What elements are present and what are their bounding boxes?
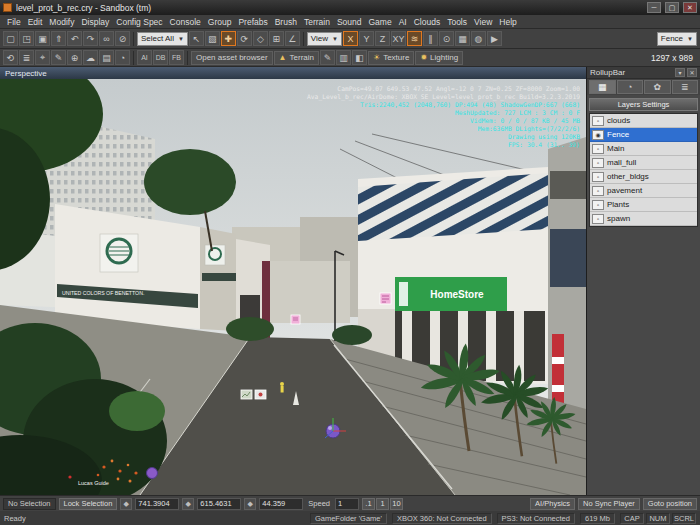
entity-marker-dot[interactable] xyxy=(68,475,71,478)
menu-item[interactable]: Terrain xyxy=(301,16,333,28)
terrain-button[interactable]: ▲ Terrain xyxy=(274,51,319,65)
snap-grid-icon[interactable]: ⊞ xyxy=(269,31,284,46)
layer-visibility-icon[interactable]: ▫ xyxy=(592,116,604,126)
helper-icon-thumbnail[interactable] xyxy=(241,390,252,399)
axis-y-button[interactable]: Y xyxy=(359,31,374,46)
undo-icon[interactable]: ↶ xyxy=(67,31,82,46)
layer-visibility-icon[interactable]: ▫ xyxy=(592,144,604,154)
layer-row[interactable]: ▫ Plants xyxy=(590,198,697,212)
axis-z-button[interactable]: Z xyxy=(375,31,390,46)
fence-layer-combo[interactable]: Fence ▼ xyxy=(657,32,697,46)
layer-visibility-icon[interactable]: ▫ xyxy=(592,172,604,182)
selection-lock-icon[interactable]: ⊙ xyxy=(439,31,454,46)
viewport-scene[interactable]: UNITED COLORS OF BENETTON. xyxy=(0,79,586,495)
terrain-paint-icon[interactable]: ✎ xyxy=(320,50,335,65)
lock-selection-button[interactable]: Lock Selection xyxy=(59,498,118,510)
speed-preset-button[interactable]: .1 xyxy=(362,498,375,510)
database-button[interactable]: DB xyxy=(153,50,168,65)
texture-button[interactable]: ☀ Texture xyxy=(368,51,414,65)
helper-icon-thumbnail[interactable] xyxy=(255,390,266,399)
maximize-button[interactable]: ▢ xyxy=(665,2,679,13)
minimize-button[interactable]: ─ xyxy=(647,2,661,13)
helper-icon-pink[interactable] xyxy=(380,293,391,304)
close-button[interactable]: ✕ xyxy=(683,2,697,13)
y-coordinate-input[interactable] xyxy=(197,498,241,510)
layer-visibility-icon[interactable]: ▫ xyxy=(592,158,604,168)
menu-item[interactable]: Brush xyxy=(272,16,300,28)
speed-preset-button[interactable]: 1 xyxy=(376,498,389,510)
mask-icon[interactable]: ◧ xyxy=(352,50,367,65)
x-coordinate-input[interactable] xyxy=(135,498,179,510)
no-sync-player-button[interactable]: No Sync Player xyxy=(578,498,640,510)
layer-row[interactable]: ▫ pavement xyxy=(590,184,697,198)
layers-settings-header[interactable]: Layers Settings xyxy=(589,98,698,111)
layer-visibility-icon[interactable]: ◉ xyxy=(592,130,604,140)
layer-row[interactable]: ▫ other_bldgs xyxy=(590,170,697,184)
export-level-icon[interactable]: ⇑ xyxy=(51,31,66,46)
pick-material-icon[interactable]: ✎ xyxy=(51,50,66,65)
z-coordinate-input[interactable] xyxy=(259,498,303,510)
rollup-tab-modelling[interactable]: ✿ xyxy=(644,80,671,94)
scale-tool-icon[interactable]: ◇ xyxy=(253,31,268,46)
rollup-tab-terrain[interactable]: ◔ xyxy=(617,80,644,94)
menu-item[interactable]: Clouds xyxy=(411,16,443,28)
clouds-icon[interactable]: ☁ xyxy=(83,50,98,65)
menu-item[interactable]: AI xyxy=(396,16,410,28)
layer-row[interactable]: ▫ clouds xyxy=(590,114,697,128)
menu-item[interactable]: Display xyxy=(78,16,112,28)
save-icon[interactable]: ▣ xyxy=(35,31,50,46)
menu-item[interactable]: Config Spec xyxy=(113,16,165,28)
rollup-pin-icon[interactable]: ▾ xyxy=(675,68,685,77)
terrain-layers-icon[interactable]: ▥ xyxy=(336,50,351,65)
speed-input[interactable] xyxy=(335,498,359,510)
layer-visibility-icon[interactable]: ▫ xyxy=(592,186,604,196)
layer-visibility-icon[interactable]: ▫ xyxy=(592,200,604,210)
snap-angle-icon[interactable]: ∠ xyxy=(285,31,300,46)
speed-preset-button[interactable]: 10 xyxy=(390,498,403,510)
ai-button[interactable]: AI xyxy=(137,50,152,65)
camera-icon[interactable]: ▦ xyxy=(455,31,470,46)
menu-item[interactable]: Group xyxy=(205,16,235,28)
follow-terrain-icon[interactable]: ≋ xyxy=(407,31,422,46)
menu-item[interactable]: File xyxy=(4,16,24,28)
unlink-icon[interactable]: ⊘ xyxy=(115,31,130,46)
select-area-icon[interactable]: ▧ xyxy=(205,31,220,46)
rollup-tab-layers[interactable]: ≣ xyxy=(672,80,699,94)
layer-row[interactable]: ▫ Main xyxy=(590,142,697,156)
select-pointer-icon[interactable]: ↖ xyxy=(189,31,204,46)
goto-position-button[interactable]: Goto position xyxy=(643,498,697,510)
menu-item[interactable]: Edit xyxy=(25,16,46,28)
layer-row[interactable]: ▫ mall_full xyxy=(590,156,697,170)
ai-physics-button[interactable]: AI/Physics xyxy=(530,498,575,510)
physics-sim-icon[interactable]: ◍ xyxy=(471,31,486,46)
open-asset-browser-button[interactable]: Open asset browser xyxy=(191,51,273,65)
rollupbar-caption[interactable]: RollupBar ▾ ✕ xyxy=(587,67,700,79)
time-of-day-icon[interactable]: ◔ xyxy=(115,50,130,65)
menu-item[interactable]: Help xyxy=(496,16,519,28)
link-icon[interactable]: ∞ xyxy=(99,31,114,46)
vegetation-icon[interactable]: ▤ xyxy=(99,50,114,65)
menu-item[interactable]: Console xyxy=(167,16,204,28)
rotate-tool-icon[interactable]: ⟳ xyxy=(237,31,252,46)
reload-script-icon[interactable]: ⟲ xyxy=(3,50,18,65)
entity-sphere-small[interactable] xyxy=(147,468,158,479)
select-all-combo[interactable]: Select All ▼ xyxy=(137,32,188,46)
play-game-icon[interactable]: ▶ xyxy=(487,31,502,46)
goto-selection-icon[interactable]: ⌖ xyxy=(35,50,50,65)
new-file-icon[interactable]: ▢ xyxy=(3,31,18,46)
menu-item[interactable]: Tools xyxy=(444,16,470,28)
ruler-icon[interactable]: ∥ xyxy=(423,31,438,46)
menu-item[interactable]: View xyxy=(471,16,495,28)
menu-item[interactable]: Modify xyxy=(46,16,77,28)
lighting-button[interactable]: ✹ Lighting xyxy=(415,51,463,65)
menu-item[interactable]: Sound xyxy=(334,16,365,28)
axis-xy-button[interactable]: XY xyxy=(391,31,406,46)
add-object-icon[interactable]: ⊕ xyxy=(67,50,82,65)
layer-visibility-icon[interactable]: ▫ xyxy=(592,214,604,224)
rollup-tab-objects[interactable]: ▦ xyxy=(589,80,616,94)
menu-item[interactable]: Game xyxy=(366,16,395,28)
menu-item[interactable]: Prefabs xyxy=(235,16,270,28)
viewport-caption[interactable]: Perspective xyxy=(0,67,586,79)
flowgraph-button[interactable]: FB xyxy=(169,50,184,65)
view-combo[interactable]: View ▼ xyxy=(307,32,342,46)
